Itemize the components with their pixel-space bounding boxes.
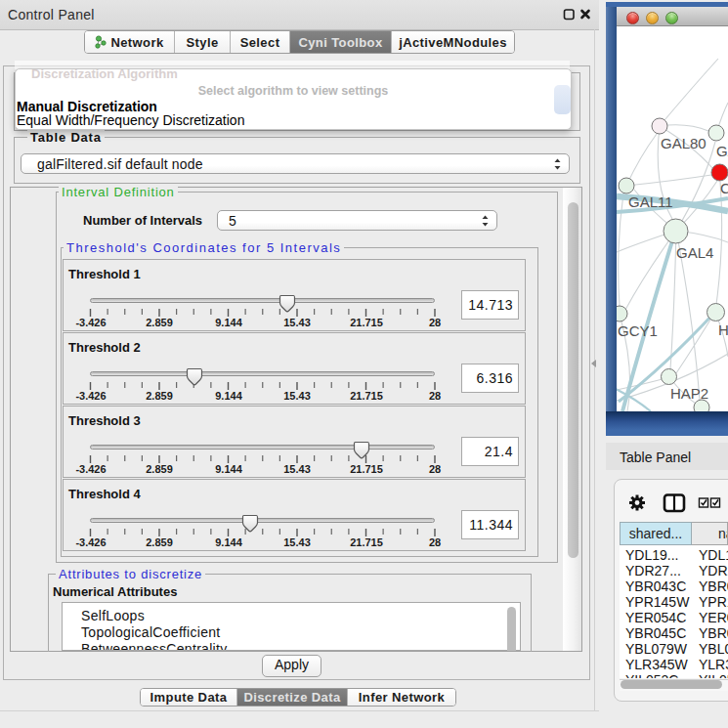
svg-text:CYC8: CYC8 (720, 180, 728, 196)
svg-text:GAL11: GAL11 (628, 193, 673, 210)
svg-text:HAP2: HAP2 (670, 385, 708, 402)
svg-text:HIS7: HIS7 (718, 321, 728, 338)
svg-text:GAL4: GAL4 (676, 244, 713, 261)
svg-text:GAL80: GAL80 (661, 135, 707, 151)
svg-text:GCY1: GCY1 (618, 322, 658, 339)
svg-text:GAL2: GAL2 (716, 143, 728, 159)
